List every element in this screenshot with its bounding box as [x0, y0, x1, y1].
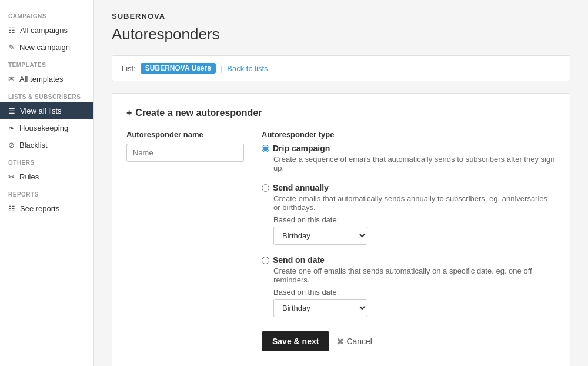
- annually-radio-row: Send annually: [262, 183, 556, 192]
- cancel-button[interactable]: ✖ Cancel: [336, 336, 372, 347]
- on-date-select[interactable]: Birthday Anniversary Sign-up date: [273, 299, 368, 317]
- sidebar-item-label: Rules: [19, 172, 39, 181]
- sidebar-item-all-templates[interactable]: ✉ All templates: [0, 71, 93, 88]
- on-date-label[interactable]: Send on date: [273, 255, 325, 265]
- rules-icon: ✂: [8, 172, 15, 181]
- cancel-icon: ✖: [336, 336, 344, 347]
- form-col-type: Autoresponder type Drip campaign Create …: [262, 130, 556, 351]
- autoresponder-name-input[interactable]: [126, 144, 244, 162]
- button-row: Save & next ✖ Cancel: [262, 331, 556, 351]
- templates-icon: ✉: [8, 75, 15, 84]
- name-label: Autoresponder name: [126, 130, 244, 139]
- annually-desc: Create emails that automatically sends a…: [273, 194, 556, 212]
- form-col-name: Autoresponder name: [126, 130, 244, 351]
- cancel-label: Cancel: [346, 337, 372, 346]
- sidebar-item-label: Blacklist: [19, 141, 48, 149]
- list-label: List:: [122, 64, 136, 73]
- annually-date-label: Based on this date:: [273, 215, 556, 224]
- sidebar-item-label: View all lists: [20, 107, 62, 115]
- sidebar: CAMPAIGNS ☷ All campaigns ✎ New campaign…: [0, 0, 94, 366]
- drip-campaign-option: Drip campaign Create a sequence of email…: [262, 144, 556, 172]
- lists-section-label: LISTS & SUBSCRIBERS: [0, 88, 93, 102]
- drip-label[interactable]: Drip campaign: [273, 144, 330, 153]
- app-title: SUBERNOVA: [112, 12, 570, 21]
- on-date-date-label: Based on this date:: [273, 288, 556, 297]
- sidebar-item-all-campaigns[interactable]: ☷ All campaigns: [0, 22, 93, 39]
- on-date-radio-row: Send on date: [262, 255, 556, 265]
- sidebar-item-label: Housekeeping: [19, 124, 68, 132]
- sidebar-item-new-campaign[interactable]: ✎ New campaign: [0, 39, 93, 56]
- drip-desc: Create a sequence of emails that automat…: [273, 155, 556, 172]
- reports-icon: ☷: [8, 204, 15, 213]
- send-annually-option: Send annually Create emails that automat…: [262, 183, 556, 245]
- sidebar-item-blacklist[interactable]: ⊘ Blacklist: [0, 137, 93, 154]
- sidebar-item-housekeeping[interactable]: ❧ Housekeeping: [0, 119, 93, 137]
- new-campaign-icon: ✎: [8, 43, 15, 52]
- form-title-text: Create a new autoresponder: [135, 108, 262, 118]
- main-content: SUBERNOVA Autoresponders List: SUBERNOVA…: [94, 0, 588, 366]
- sidebar-item-label: All campaigns: [20, 26, 68, 35]
- annually-label[interactable]: Send annually: [273, 183, 329, 192]
- send-on-date-option: Send on date Create one off emails that …: [262, 255, 556, 317]
- on-date-radio[interactable]: [262, 257, 269, 264]
- blacklist-icon: ⊘: [8, 141, 15, 149]
- plus-icon: +: [126, 108, 132, 118]
- campaigns-icon: ☷: [8, 26, 15, 35]
- type-label: Autoresponder type: [262, 130, 556, 139]
- page-title: Autoresponders: [112, 25, 570, 44]
- sidebar-item-see-reports[interactable]: ☷ See reports: [0, 200, 93, 217]
- save-next-button[interactable]: Save & next: [262, 331, 329, 351]
- templates-section-label: TEMPLATES: [0, 56, 93, 71]
- lists-icon: ☰: [8, 107, 15, 115]
- annually-radio[interactable]: [262, 184, 269, 192]
- annually-date-select[interactable]: Birthday Anniversary Sign-up date: [273, 227, 368, 245]
- drip-radio-row: Drip campaign: [262, 144, 556, 153]
- on-date-desc: Create one off emails that sends automat…: [273, 267, 556, 284]
- others-section-label: OTHERS: [0, 154, 93, 168]
- list-bar: List: SUBERNOVA Users | Back to lists: [112, 55, 570, 81]
- campaigns-section-label: CAMPAIGNS: [0, 7, 93, 22]
- reports-section-label: REPORTS: [0, 185, 93, 200]
- sidebar-item-rules[interactable]: ✂ Rules: [0, 168, 93, 185]
- sidebar-item-label: See reports: [20, 204, 59, 213]
- form-panel: + Create a new autoresponder Autorespond…: [112, 93, 570, 366]
- housekeeping-icon: ❧: [8, 124, 15, 132]
- list-separator: |: [220, 64, 222, 73]
- sidebar-item-view-all-lists[interactable]: ☰ View all lists: [0, 102, 93, 119]
- form-row: Autoresponder name Autoresponder type Dr…: [126, 130, 556, 351]
- sidebar-item-label: New campaign: [19, 43, 70, 52]
- back-to-lists-link[interactable]: Back to lists: [227, 64, 268, 73]
- list-badge[interactable]: SUBERNOVA Users: [141, 63, 216, 74]
- sidebar-item-label: All templates: [19, 75, 63, 84]
- drip-radio[interactable]: [262, 145, 269, 152]
- form-panel-title: + Create a new autoresponder: [126, 108, 556, 118]
